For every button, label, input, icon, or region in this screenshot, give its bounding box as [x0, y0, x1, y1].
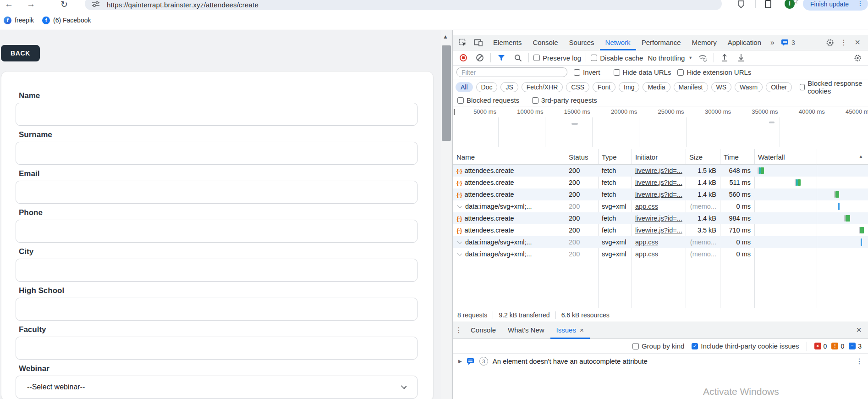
drawer-close-icon[interactable]: × [856, 324, 868, 336]
import-har-icon[interactable] [719, 52, 731, 64]
initiator-link[interactable]: livewire.js?id=... [635, 179, 682, 186]
tab-memory[interactable]: Memory [687, 35, 722, 50]
column-header-time[interactable]: Time [720, 149, 754, 165]
back-icon[interactable]: ← [5, 0, 13, 9]
reload-icon[interactable]: ↻ [60, 0, 68, 10]
expand-icon[interactable]: ▶ [458, 359, 462, 364]
issue-item[interactable]: ▶ 3 An element doesn't have an autocompl… [453, 354, 868, 369]
surname-input[interactable] [16, 142, 418, 165]
email-input[interactable] [16, 181, 418, 204]
drawer-tab-issues[interactable]: Issues× [550, 321, 590, 339]
tab-elements[interactable]: Elements [488, 35, 527, 50]
network-request-row[interactable]: {·}attendees.create200fetchlivewire.js?i… [453, 177, 868, 188]
filter-chip-ws[interactable]: WS [711, 82, 732, 92]
extension-icon-2[interactable] [764, 0, 772, 9]
close-tab-icon[interactable]: × [580, 326, 584, 334]
tab-application[interactable]: Application [722, 35, 767, 50]
initiator-link[interactable]: livewire.js?id=... [635, 191, 682, 198]
column-header-name[interactable]: Name [453, 149, 565, 165]
network-request-row[interactable]: {·}attendees.create200fetchlivewire.js?i… [453, 224, 868, 236]
bookmark-item[interactable]: ffreepik [4, 15, 34, 26]
export-har-icon[interactable] [735, 52, 747, 64]
site-settings-icon[interactable] [92, 1, 99, 7]
issue-menu-icon[interactable]: ⋮ [856, 355, 868, 367]
profile-avatar[interactable]: i [785, 0, 795, 9]
record-network-log-icon[interactable] [457, 52, 469, 64]
devtools-settings-icon[interactable] [824, 37, 836, 49]
filter-input[interactable] [456, 67, 567, 77]
invert-checkbox[interactable]: Invert [574, 68, 600, 76]
search-icon[interactable] [512, 52, 524, 64]
drawer-tab-whatsnew[interactable]: What's New [502, 321, 550, 339]
initiator-link[interactable]: app.css [635, 203, 658, 210]
column-header-type[interactable]: Type [598, 149, 632, 165]
sort-arrow-icon[interactable]: ▲ [858, 154, 863, 159]
filter-chip-all[interactable]: All [456, 82, 473, 92]
filter-chip-font[interactable]: Font [593, 82, 615, 92]
url-bar[interactable]: https://qainterrapt.brainster.xyz/attend… [85, 0, 722, 10]
tab-sources[interactable]: Sources [564, 35, 600, 50]
tab-console[interactable]: Console [527, 35, 564, 50]
blocked-response-cookies-checkbox[interactable]: Blocked response cookies [800, 79, 868, 95]
initiator-link[interactable]: livewire.js?id=... [635, 227, 682, 234]
network-request-row[interactable]: {·}attendees.create200fetchlivewire.js?i… [453, 212, 868, 224]
network-settings-icon[interactable] [852, 52, 863, 64]
drawer-menu-icon[interactable]: ⋮ [453, 324, 465, 336]
filter-chip-img[interactable]: Img [619, 82, 639, 92]
filter-chip-other[interactable]: Other [766, 82, 792, 92]
name-input[interactable] [16, 103, 418, 126]
issues-counter[interactable]: 3 [778, 39, 798, 46]
forward-icon[interactable]: → [27, 0, 35, 9]
extension-icon[interactable] [737, 0, 745, 9]
scrollbar-thumb[interactable] [442, 45, 451, 141]
filter-chip-media[interactable]: Media [643, 82, 670, 92]
network-overview-timeline[interactable]: 5000 ms10000 ms15000 ms20000 ms25000 ms3… [453, 106, 868, 147]
network-request-row[interactable]: data:image/svg+xml;...200svg+xmlapp.css(… [453, 248, 868, 260]
table-header[interactable]: NameStatusTypeInitiatorSizeTimeWaterfall… [453, 149, 868, 165]
device-toolbar-icon[interactable] [473, 37, 484, 49]
high-school-input[interactable] [16, 298, 418, 321]
clear-network-log-icon[interactable] [474, 52, 486, 64]
initiator-link[interactable]: livewire.js?id=... [635, 215, 682, 222]
network-conditions-icon[interactable] [697, 52, 709, 64]
more-tabs-icon[interactable]: » [767, 39, 778, 47]
faculty-input[interactable] [16, 337, 418, 360]
filter-chip-js[interactable]: JS [500, 82, 518, 92]
column-header-status[interactable]: Status [565, 149, 598, 165]
filter-chip-fetchxhr[interactable]: Fetch/XHR [522, 82, 563, 92]
phone-input[interactable] [16, 220, 418, 243]
disable-cache-checkbox[interactable]: Disable cache [591, 54, 643, 62]
filter-chip-manifest[interactable]: Manifest [674, 82, 708, 92]
bookmark-item[interactable]: f(6) Facebook [42, 15, 91, 26]
devtools-close-icon[interactable]: × [852, 37, 863, 49]
filter-chip-css[interactable]: CSS [566, 82, 589, 92]
filter-chip-wasm[interactable]: Wasm [735, 82, 763, 92]
inspect-element-icon[interactable] [457, 37, 468, 49]
network-request-row[interactable]: data:image/svg+xml;...200svg+xmlapp.css(… [453, 236, 868, 248]
network-request-row[interactable]: {·}attendees.create200fetchlivewire.js?i… [453, 188, 868, 200]
hide-extension-urls-checkbox[interactable]: Hide extension URLs [677, 68, 751, 76]
finish-update-button[interactable]: Finish update ⋮ [803, 0, 868, 11]
hide-data-urls-checkbox[interactable]: Hide data URLs [614, 68, 671, 76]
scrollbar-up-icon[interactable]: ▲ [443, 33, 448, 40]
city-input[interactable] [16, 259, 418, 282]
webinar-select[interactable]: --Select webinar-- [16, 376, 418, 399]
network-request-row[interactable]: {·}attendees.create200fetchlivewire.js?i… [453, 165, 868, 177]
column-header-waterfall[interactable]: Waterfall [754, 149, 868, 165]
include-third-party-checkbox[interactable]: ✓Include third-party cookie issues [692, 342, 799, 350]
throttling-dropdown[interactable]: No throttling ▼ [648, 54, 692, 62]
preserve-log-checkbox[interactable]: Preserve log [533, 54, 581, 62]
tab-network[interactable]: Network [600, 35, 636, 50]
tab-performance[interactable]: Performance [636, 35, 687, 50]
column-header-size[interactable]: Size [686, 149, 720, 165]
group-by-kind-checkbox[interactable]: Group by kind [632, 342, 684, 350]
blocked-requests-checkbox[interactable]: Blocked requests [457, 96, 519, 104]
drawer-tab-console[interactable]: Console [465, 321, 502, 339]
network-request-row[interactable]: data:image/svg+xml;...200svg+xmlapp.css(… [453, 200, 868, 212]
filter-chip-doc[interactable]: Doc [476, 82, 498, 92]
column-header-initiator[interactable]: Initiator [632, 149, 686, 165]
initiator-link[interactable]: app.css [635, 250, 658, 258]
initiator-link[interactable]: app.css [635, 238, 658, 246]
devtools-menu-icon[interactable]: ⋮ [838, 37, 850, 49]
page-scrollbar[interactable]: ▲ [441, 30, 452, 399]
